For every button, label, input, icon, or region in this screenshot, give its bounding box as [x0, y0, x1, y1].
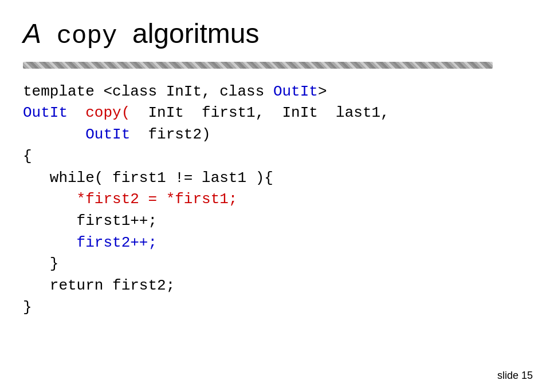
title-copy: copy: [57, 22, 117, 50]
code-copy-func: [68, 104, 85, 121]
title-area: A copy algoritmus: [23, 17, 527, 52]
code-outit-3: OutIt: [23, 126, 130, 143]
code-line-5: while( first1 != last1 ){: [23, 168, 527, 189]
title-algoritmus: algoritmus: [132, 18, 259, 49]
code-while: while( first1 != last1 ){: [23, 169, 273, 187]
code-brace-close: }: [23, 299, 32, 316]
code-line-1: template <class InIt, class OutIt>: [23, 81, 527, 103]
code-first2-inc: first2++;: [23, 234, 157, 251]
code-line-3: OutIt first2): [23, 124, 527, 146]
code-line-10: return first2;: [23, 275, 527, 297]
code-deref-assign: *first2 = *first1;: [23, 191, 237, 208]
code-outit-1: OutIt: [273, 83, 318, 100]
code-block: template <class InIt, class OutIt> OutIt…: [23, 81, 527, 319]
title-line: A copy algoritmus: [23, 17, 527, 52]
slide-container: A copy algoritmus template <class InIt, …: [0, 0, 550, 392]
code-while-close: }: [23, 255, 58, 272]
code-line-2: OutIt copy( InIt first1, InIt last1,: [23, 102, 527, 124]
code-line-6: *first2 = *first1;: [23, 189, 527, 211]
code-copy-name: copy(: [85, 104, 130, 121]
code-line-4: {: [23, 146, 527, 168]
code-line-7: first1++;: [23, 211, 527, 232]
code-template-end: >: [318, 83, 327, 100]
code-template-keyword: template <class InIt, class: [23, 83, 273, 100]
code-line-9: }: [23, 254, 527, 275]
title-a: A: [23, 18, 41, 49]
code-brace-open: {: [23, 148, 32, 165]
code-line-8: first2++;: [23, 232, 527, 254]
code-first1-inc: first1++;: [23, 212, 157, 229]
divider: [23, 62, 493, 69]
code-outit-2: OutIt: [23, 104, 68, 121]
code-params-2: first2): [130, 126, 210, 143]
code-return: return first2;: [23, 277, 175, 294]
code-params-1: InIt first1, InIt last1,: [130, 104, 389, 121]
code-line-11: }: [23, 297, 527, 319]
slide-number: slide 15: [497, 370, 533, 382]
